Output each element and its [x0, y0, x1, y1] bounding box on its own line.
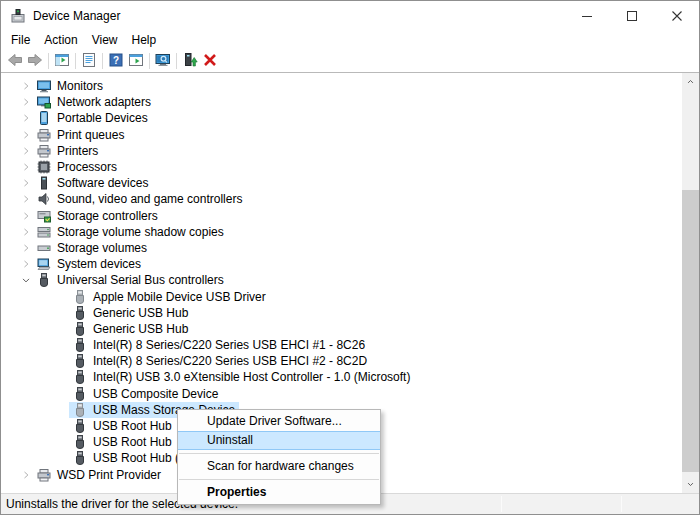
context-menu-item-update-driver-software[interactable]: Update Driver Software... [178, 412, 380, 431]
chevron-collapsed-icon[interactable] [19, 191, 33, 207]
tree-item-label: Universal Serial Bus controllers [57, 273, 224, 287]
chevron-placeholder [55, 450, 69, 466]
tree-item-body[interactable]: Storage controllers [33, 208, 162, 224]
portable-icon [36, 110, 52, 126]
tree-item-body[interactable]: Generic USB Hub [69, 321, 192, 337]
tree-item-body[interactable]: Print queues [33, 127, 128, 143]
maximize-button[interactable] [609, 1, 654, 31]
chevron-collapsed-icon[interactable] [19, 127, 33, 143]
tree-item-body[interactable]: Intel(R) 8 Series/C220 Series USB EHCI #… [69, 337, 369, 353]
tree-item-body[interactable]: Universal Serial Bus controllers [33, 272, 228, 288]
chevron-collapsed-icon[interactable] [19, 94, 33, 110]
tree-item-label: Generic USB Hub [93, 306, 188, 320]
chevron-collapsed-icon[interactable] [19, 208, 33, 224]
tree-item[interactable]: Intel(R) 8 Series/C220 Series USB EHCI #… [1, 337, 699, 353]
tree-item-body[interactable]: Portable Devices [33, 110, 152, 126]
scroll-down-icon[interactable] [682, 476, 699, 493]
tree-item[interactable]: Printers [1, 143, 699, 159]
tree-item-body[interactable]: USB Root Hub [69, 418, 176, 434]
monitor-icon [36, 78, 52, 94]
tree-item-body[interactable]: WSD Print Provider [33, 467, 165, 483]
printer-icon [36, 127, 52, 143]
tree-item[interactable]: Universal Serial Bus controllers [1, 272, 699, 288]
context-menu-item-uninstall[interactable]: Uninstall [178, 431, 380, 450]
vertical-scrollbar[interactable] [682, 73, 699, 493]
tree-item-body[interactable]: Storage volumes [33, 240, 151, 256]
tree-item[interactable]: Sound, video and game controllers [1, 191, 699, 207]
usb-icon [36, 272, 52, 288]
context-menu-item-properties[interactable]: Properties [178, 483, 380, 502]
tree-item[interactable]: Portable Devices [1, 110, 699, 126]
tree-item-body[interactable]: Sound, video and game controllers [33, 191, 246, 207]
chevron-collapsed-icon[interactable] [19, 256, 33, 272]
usb-icon [72, 369, 88, 385]
tree-item-label: Apple Mobile Device USB Driver [93, 290, 266, 304]
chevron-collapsed-icon[interactable] [19, 224, 33, 240]
software-icon [36, 175, 52, 191]
scroll-up-icon[interactable] [682, 73, 699, 90]
show-action-pane-button[interactable] [126, 51, 146, 71]
tree-item-body[interactable]: Network adapters [33, 94, 155, 110]
chevron-collapsed-icon[interactable] [19, 175, 33, 191]
tree-item-body[interactable]: Intel(R) 8 Series/C220 Series USB EHCI #… [69, 353, 371, 369]
tree-item-body[interactable]: Intel(R) USB 3.0 eXtensible Host Control… [69, 369, 414, 385]
printer-icon [36, 143, 52, 159]
tree-item[interactable]: Storage volume shadow copies [1, 224, 699, 240]
tree-item[interactable]: Generic USB Hub [1, 321, 699, 337]
toolbar-separator [149, 53, 150, 69]
tree-item[interactable]: Monitors [1, 78, 699, 94]
tree-item-label: USB Root Hub [93, 435, 172, 449]
chevron-collapsed-icon[interactable] [19, 143, 33, 159]
tree-item-body[interactable]: USB Composite Device [69, 386, 222, 402]
uninstall-button[interactable] [200, 51, 220, 71]
remote-assist-button[interactable] [153, 51, 173, 71]
tree-item[interactable]: Intel(R) 8 Series/C220 Series USB EHCI #… [1, 353, 699, 369]
tree-item-body[interactable]: Generic USB Hub [69, 305, 192, 321]
tree-item-body[interactable]: USB Root Hub [69, 434, 176, 450]
help-button[interactable]: ? [106, 51, 126, 71]
tree-item-body[interactable]: Printers [33, 143, 102, 159]
tree-item[interactable]: System devices [1, 256, 699, 272]
chevron-collapsed-icon[interactable] [19, 159, 33, 175]
tree-item[interactable]: Storage controllers [1, 208, 699, 224]
chevron-collapsed-icon[interactable] [19, 110, 33, 126]
menu-file[interactable]: File [4, 31, 37, 50]
tree-item-body[interactable]: Processors [33, 159, 121, 175]
scrollbar-thumb[interactable] [682, 190, 699, 472]
menu-help[interactable]: Help [125, 31, 164, 50]
chevron-collapsed-icon[interactable] [19, 467, 33, 483]
tree-item[interactable]: Software devices [1, 175, 699, 191]
tree-item[interactable]: Apple Mobile Device USB Driver [1, 288, 699, 304]
context-menu-item-scan-for-hardware-changes[interactable]: Scan for hardware changes [178, 457, 380, 476]
menu-view[interactable]: View [85, 31, 125, 50]
usb-icon [72, 434, 88, 450]
tree-item[interactable]: Intel(R) USB 3.0 eXtensible Host Control… [1, 369, 699, 385]
usb-icon [72, 337, 88, 353]
tree-item-label: Generic USB Hub [93, 322, 188, 336]
tree-item[interactable]: Storage volumes [1, 240, 699, 256]
tree-item-body[interactable]: Software devices [33, 175, 152, 191]
back-button[interactable] [5, 51, 25, 71]
chevron-collapsed-icon[interactable] [19, 78, 33, 94]
chevron-expanded-icon[interactable] [19, 272, 33, 288]
minimize-button[interactable] [564, 1, 609, 31]
tree-item[interactable]: Network adapters [1, 94, 699, 110]
tree-item-body[interactable]: System devices [33, 256, 145, 272]
forward-button[interactable] [25, 51, 45, 71]
tree-item-body[interactable]: Monitors [33, 78, 107, 94]
properties-doc-button[interactable] [79, 51, 99, 71]
menu-action[interactable]: Action [37, 31, 84, 50]
tree-item[interactable]: USB Composite Device [1, 386, 699, 402]
tree-item-label: USB Composite Device [93, 387, 218, 401]
update-driver-button[interactable] [180, 51, 200, 71]
tree-item[interactable]: Generic USB Hub [1, 305, 699, 321]
tree-item[interactable]: Processors [1, 159, 699, 175]
remote-assist-icon [155, 52, 171, 71]
tree-item[interactable]: Print queues [1, 127, 699, 143]
chevron-collapsed-icon[interactable] [19, 240, 33, 256]
tree-item-body[interactable]: Apple Mobile Device USB Driver [69, 289, 270, 305]
chevron-placeholder [55, 418, 69, 434]
tree-item-body[interactable]: Storage volume shadow copies [33, 224, 228, 240]
close-button[interactable] [654, 1, 699, 31]
console-tree-button[interactable] [52, 51, 72, 71]
